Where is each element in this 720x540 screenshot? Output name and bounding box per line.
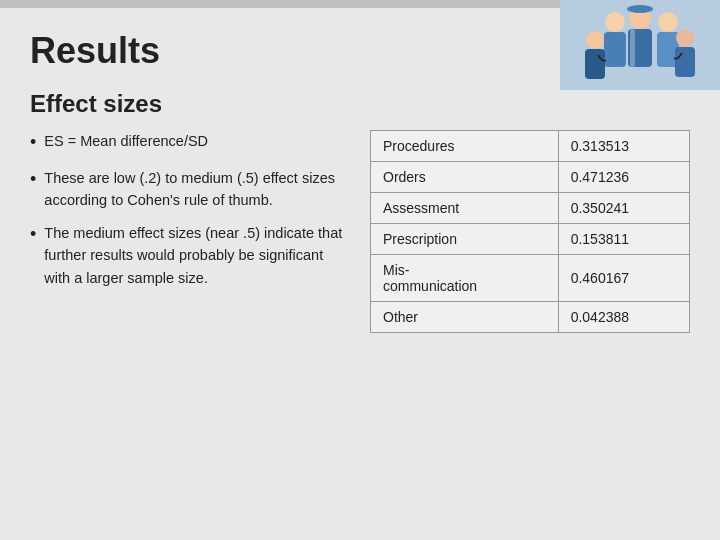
header-image	[560, 0, 720, 90]
bullet-item-3: The medium effect sizes (near .5) indica…	[30, 222, 350, 289]
svg-point-10	[676, 29, 694, 47]
svg-rect-9	[585, 49, 605, 79]
table-cell-value: 0.042388	[558, 302, 689, 333]
bullet-item-1: ES = Mean difference/SD	[30, 130, 350, 157]
svg-point-5	[627, 5, 653, 13]
table-cell-label: Prescription	[371, 224, 559, 255]
table-cell-label: Procedures	[371, 131, 559, 162]
table-cell-value: 0.471236	[558, 162, 689, 193]
table-row: Prescription0.153811	[371, 224, 690, 255]
table-row: Other0.042388	[371, 302, 690, 333]
svg-rect-12	[630, 29, 635, 67]
svg-point-6	[658, 12, 678, 32]
slide: Results Effect sizes ES = Mean differenc…	[0, 0, 720, 540]
bullet-item-2: These are low (.2) to medium (.5) effect…	[30, 167, 350, 212]
svg-rect-11	[675, 47, 695, 77]
table-cell-value: 0.153811	[558, 224, 689, 255]
table-row: Mis-communication0.460167	[371, 255, 690, 302]
table-cell-label: Mis-communication	[371, 255, 559, 302]
svg-rect-2	[604, 32, 626, 67]
results-table: Procedures0.313513Orders0.471236Assessme…	[370, 130, 690, 333]
svg-point-8	[586, 31, 604, 49]
table-cell-label: Other	[371, 302, 559, 333]
effect-sizes-heading: Effect sizes	[30, 90, 690, 118]
table-row: Assessment0.350241	[371, 193, 690, 224]
table-cell-label: Orders	[371, 162, 559, 193]
table-cell-value: 0.350241	[558, 193, 689, 224]
bullet-list: ES = Mean difference/SD These are low (.…	[30, 130, 350, 333]
table-row: Procedures0.313513	[371, 131, 690, 162]
svg-point-1	[605, 12, 625, 32]
table-cell-value: 0.313513	[558, 131, 689, 162]
content-area: ES = Mean difference/SD These are low (.…	[30, 130, 690, 333]
table-cell-label: Assessment	[371, 193, 559, 224]
table-row: Orders0.471236	[371, 162, 690, 193]
table-cell-value: 0.460167	[558, 255, 689, 302]
